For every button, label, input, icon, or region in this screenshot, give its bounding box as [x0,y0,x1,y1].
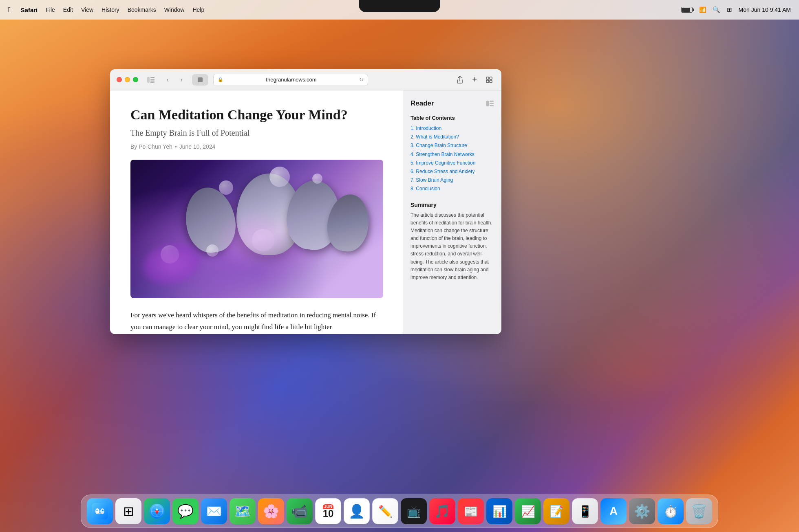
safari-content: Can Meditation Change Your Mind? The Emp… [110,90,501,334]
share-button[interactable] [454,74,466,86]
orb-4 [206,244,219,257]
lock-icon: 🔒 [218,77,223,82]
svg-rect-6 [490,77,492,79]
toc-item-1[interactable]: 1. Introduction [411,124,495,133]
dock-icon-music[interactable]: 🎵 [429,498,455,524]
new-tab-button[interactable]: + [469,74,480,86]
article-hero-image [130,160,383,298]
reader-sidebar: Reader Table of Contents 1. Introduction… [404,90,501,334]
safari-window: ‹ › 🔒 thegranularnews.com ↻ [110,69,501,334]
dock-icon-safari[interactable] [144,498,170,524]
svg-rect-1 [150,77,155,78]
tab-overview-button[interactable] [483,74,495,86]
url-text[interactable]: thegranularnews.com [225,77,357,83]
sidebar-toggle-button[interactable] [145,75,157,84]
svg-rect-4 [198,77,203,82]
dock-icon-photos[interactable]: 🌸 [258,498,284,524]
control-center-icon[interactable]: ⊞ [727,6,732,13]
article-meta: By Po-Chun Yeh • June 10, 2024 [130,143,383,150]
url-bar[interactable]: 🔒 thegranularnews.com ↻ [213,74,368,86]
close-button[interactable] [117,77,122,82]
desktop:  Safari File Edit View History Bookmark… [0,0,799,532]
dock: ⊞ 💬 ✉️ [81,495,718,528]
svg-rect-13 [92,503,108,519]
dock-icon-screentime[interactable]: ⏱️ [658,498,684,524]
dock-icon-news[interactable]: 📰 [458,498,484,524]
article-body: For years we've heard whispers of the be… [130,310,383,333]
article-inner: Can Meditation Change Your Mind? The Emp… [110,90,404,334]
battery-indicator [681,7,693,13]
dock-icon-messages[interactable]: 💬 [172,498,199,524]
menubar-history[interactable]: History [102,7,119,13]
search-menu-icon[interactable]: 🔍 [713,6,720,13]
toc-item-5[interactable]: 5. Improve Cognitive Function [411,159,495,167]
article-author: By Po-Chun Yeh [130,143,172,150]
menubar-help[interactable]: Help [192,7,204,13]
toc-item-3[interactable]: 3. Change Brain Structure [411,141,495,150]
dock-icon-launchpad[interactable]: ⊞ [115,498,141,524]
dock-icon-contacts[interactable]: 👤 [344,498,370,524]
active-tab[interactable] [192,74,208,86]
back-button[interactable]: ‹ [162,74,173,86]
toc-list: 1. Introduction 2. What is Meditation? 3… [411,124,495,193]
apple-logo-icon[interactable]:  [8,6,11,14]
svg-rect-9 [486,101,489,106]
notch [359,0,440,12]
article-title: Can Meditation Change Your Mind? [130,107,383,123]
article-subtitle: The Empty Brain is Full of Potential [130,128,383,138]
svg-rect-11 [490,103,494,104]
dock-icon-freeform[interactable]: ✏️ [372,498,398,524]
menubar-datetime: Mon Jun 10 9:41 AM [739,7,791,13]
minimize-button[interactable] [125,77,130,82]
toc-item-4[interactable]: 4. Strengthen Brain Networks [411,150,495,159]
tab-bar [192,74,208,86]
head-shapes [130,160,383,298]
summary-text: The article discusses the potential bene… [411,211,495,282]
dock-icon-trash[interactable]: 🗑️ [686,498,712,524]
maximize-button[interactable] [133,77,138,82]
forward-button[interactable]: › [176,74,187,86]
dock-icon-maps[interactable]: 🗺️ [230,498,256,524]
svg-rect-2 [150,79,155,80]
menubar-window[interactable]: Window [164,7,185,13]
dock-icon-numbers[interactable]: 📈 [515,498,541,524]
menubar-view[interactable]: View [81,7,93,13]
menubar-left:  Safari File Edit View History Bookmark… [8,6,204,14]
svg-point-17 [102,510,104,511]
svg-rect-0 [147,77,150,83]
dock-icon-iphone[interactable]: 📱 [572,498,598,524]
dock-icon-keynote[interactable]: 📊 [486,498,512,524]
url-bar-container: 🔒 thegranularnews.com ↻ [213,74,368,86]
menubar-file[interactable]: File [46,7,55,13]
dock-icon-mail[interactable]: ✉️ [201,498,227,524]
reader-expand-button[interactable] [485,99,495,108]
reload-button[interactable]: ↻ [359,77,364,83]
menubar-bookmarks[interactable]: Bookmarks [128,7,156,13]
dock-icon-finder[interactable] [87,498,113,524]
summary-header: Summary [411,202,495,208]
dock-icon-appstore[interactable]: A [600,498,627,524]
dock-icon-calendar[interactable]: JUN 10 [315,498,341,524]
toc-item-7[interactable]: 7. Slow Brain Aging [411,176,495,185]
toolbar-actions: + [454,74,495,86]
dock-icon-appletv[interactable]: 📺 [401,498,427,524]
dock-icon-pages[interactable]: 📝 [543,498,569,524]
orb-1 [269,167,290,187]
toc-header: Table of Contents [411,115,495,121]
safari-toolbar: ‹ › 🔒 thegranularnews.com ↻ [110,69,501,90]
wifi-icon[interactable]: 📶 [699,7,706,13]
toc-item-8[interactable]: 8. Conclusion [411,185,495,193]
svg-rect-10 [490,101,494,102]
pink-highlight [219,215,292,264]
nav-buttons: ‹ › [162,74,187,86]
battery-fill [682,8,690,12]
purple-blob [143,244,200,284]
menubar-app-name[interactable]: Safari [21,7,38,13]
menubar-edit[interactable]: Edit [63,7,73,13]
toc-item-2[interactable]: 2. What is Meditation? [411,133,495,141]
article-date: June 10, 2024 [179,143,216,150]
dock-icon-facetime[interactable]: 📹 [287,498,313,524]
svg-rect-7 [486,80,489,83]
dock-icon-systemprefs[interactable]: ⚙️ [629,498,655,524]
toc-item-6[interactable]: 6. Reduce Stress and Anxiety [411,167,495,176]
